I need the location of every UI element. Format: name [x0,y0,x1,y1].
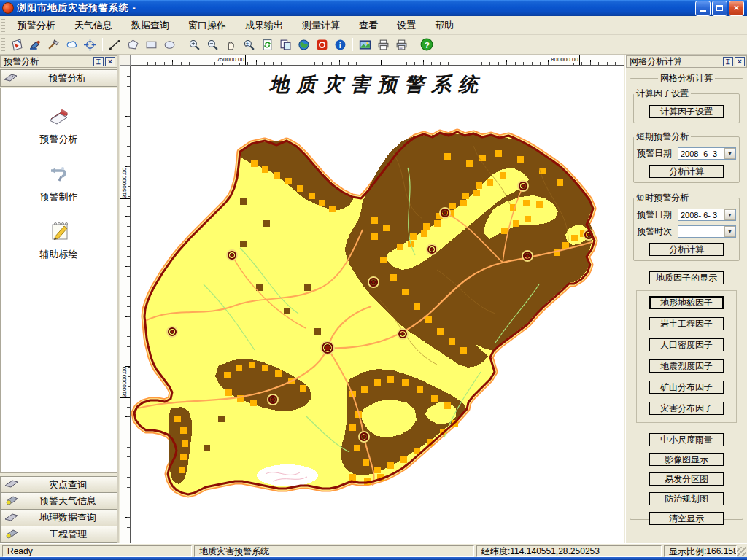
pan-hand-icon[interactable] [222,36,239,52]
locate-crosshair-icon[interactable] [82,36,98,52]
map-graphic [131,66,624,543]
calc-factor-group-title: 计算因子设置 [634,88,691,100]
short-term-analyze-button[interactable]: 分析计算 [649,165,724,178]
nav-item-annotate[interactable]: 辅助标绘 [1,219,117,261]
menu-data-query[interactable]: 数据查询 [122,16,179,35]
calc-factor-settings-button[interactable]: 计算因子设置 [649,105,724,118]
status-ready: Ready [2,545,192,557]
stop-icon[interactable] [314,36,330,52]
left-panel: 预警分析 ⌶ × 预警分析 预警分析 预警制作 辅助标绘 [0,55,119,543]
print-preview-icon[interactable] [393,36,410,52]
app-window: 浏阳市地质灾害预警系统 - × 预警分析 天气信息 数据查询 窗口操作 成果输出… [0,0,747,560]
refresh-icon[interactable] [259,36,276,52]
window-edge [0,557,747,560]
globe-icon[interactable] [295,36,312,52]
close-icon[interactable]: × [105,57,115,66]
window-title: 浏阳市地质灾害预警系统 - [17,1,136,15]
bar-disaster-query[interactable]: 灾点查询 [0,476,117,493]
left-panel-body: 预警分析 预警制作 辅助标绘 [0,88,117,473]
short-term-date-combo[interactable]: 2008- 6- 3 ▼ [678,147,736,160]
menu-settings[interactable]: 设置 [387,16,425,35]
warning-make-icon [47,162,71,185]
zoom-extent-icon[interactable]: ± [241,36,258,52]
help-icon[interactable]: ? [418,36,435,52]
menu-window-ops[interactable]: 窗口操作 [179,16,236,35]
toolbar-grip[interactable] [1,38,5,51]
menu-bar: 预警分析 天气信息 数据查询 窗口操作 成果输出 测量计算 查看 设置 帮助 [0,16,747,35]
right-panel-header: 网格分析计算 ⌶ × [626,55,747,68]
menu-help[interactable]: 帮助 [425,16,463,35]
short-time-times-combo[interactable]: ▼ [678,225,736,238]
svg-text:i: i [339,40,341,49]
nav-item-warning-analysis[interactable]: 预警分析 [1,104,117,146]
plane-tool-icon [4,72,18,85]
weather-cloud-icon[interactable] [63,36,80,52]
chevron-down-icon[interactable]: ▼ [724,209,735,220]
svg-text:?: ? [424,40,429,50]
nav-label: 预警分析 [1,133,117,146]
project-tool-icon [4,529,19,541]
close-icon[interactable]: × [735,57,745,66]
susceptibility-map-button[interactable]: 易发分区图 [649,472,724,486]
nav-label: 辅助标绘 [1,248,117,261]
warning-make-icon[interactable] [27,36,44,52]
prevention-plan-button[interactable]: 防治规划图 [649,492,724,505]
map-canvas[interactable]: 地质灾害预警系统 [131,66,624,543]
geotech-factor-button[interactable]: 岩土工程因子 [649,317,724,330]
section-bar-warning-analysis[interactable]: 预警分析 [0,69,117,87]
nav-item-warning-make[interactable]: 预警制作 [1,162,117,203]
info-icon[interactable]: i [332,36,349,52]
geo-factor-display-button[interactable]: 地质因子的显示 [649,271,724,284]
copy-map-icon[interactable] [277,36,294,52]
seismic-factor-button[interactable]: 地震烈度因子 [649,359,724,373]
short-time-date-combo[interactable]: 2008- 6- 3 ▼ [678,209,736,221]
right-panel: 网格分析计算 ⌶ × 网格分析计算 计算因子设置 计算因子设置 短期预警分析 预… [625,55,747,543]
menu-measure-calc[interactable]: 测量计算 [293,16,349,35]
ruler-label: 750000.00 [216,56,245,63]
zoom-in-icon[interactable] [186,36,203,52]
restore-button[interactable] [712,1,727,16]
map-area: 750000.00 800000.00 3150000.00 3100000.0… [120,55,624,543]
chevron-down-icon[interactable]: ▼ [724,226,735,237]
bar-geodata-query[interactable]: 地理数据查询 [0,510,117,526]
menu-weather-info[interactable]: 天气信息 [65,16,122,35]
overview-map-icon[interactable] [357,36,374,52]
clear-display-button[interactable]: 清空显示 [649,512,724,525]
left-panel-bottom-bars: 灾点查询 预警天气信息 地理数据查询 工程管理 [0,476,117,543]
minimize-button[interactable] [695,1,711,16]
draw-line-icon[interactable] [107,36,123,52]
terrain-factor-button[interactable]: 地形地貌因子 [649,296,724,309]
svg-text:±: ± [246,39,249,47]
rainfall-button[interactable]: 中小尺度雨量 [649,433,724,446]
warning-analysis-icon[interactable] [9,36,26,52]
menu-view[interactable]: 查看 [349,16,387,35]
short-time-analyze-button[interactable]: 分析计算 [649,243,724,256]
bar-label: 预警天气信息 [19,494,117,508]
tool-bar: ± i ? [0,35,747,55]
pin-icon[interactable]: ⌶ [93,57,104,66]
image-display-button[interactable]: 影像图显示 [649,453,724,466]
draw-ellipse-icon[interactable] [161,36,178,52]
resize-grip[interactable] [737,547,746,556]
menu-warning-analysis[interactable]: 预警分析 [8,16,65,35]
mine-factor-button[interactable]: 矿山分布因子 [649,381,724,394]
bar-warning-weather[interactable]: 预警天气信息 [0,493,117,510]
title-bar: 浏阳市地质灾害预警系统 - × [0,0,747,16]
chevron-down-icon[interactable]: ▼ [724,148,735,159]
combo-value: 2008- 6- 3 [678,211,724,219]
print-icon[interactable] [375,36,392,52]
zoom-out-icon[interactable] [204,36,221,52]
close-button[interactable]: × [729,1,744,16]
disaster-factor-button[interactable]: 灾害分布因子 [649,402,724,415]
left-panel-title: 预警分析 [4,55,92,68]
right-panel-title: 网格分析计算 [630,55,721,68]
pin-icon[interactable]: ⌶ [723,57,733,66]
menu-result-output[interactable]: 成果输出 [236,16,293,35]
bar-project-manage[interactable]: 工程管理 [0,526,117,543]
population-factor-button[interactable]: 人口密度因子 [649,338,724,351]
plane-tool-icon [4,512,19,524]
tools-icon[interactable] [45,36,62,52]
draw-polygon-icon[interactable] [125,36,142,52]
draw-rect-icon[interactable] [143,36,160,52]
menu-grip[interactable] [1,19,5,32]
